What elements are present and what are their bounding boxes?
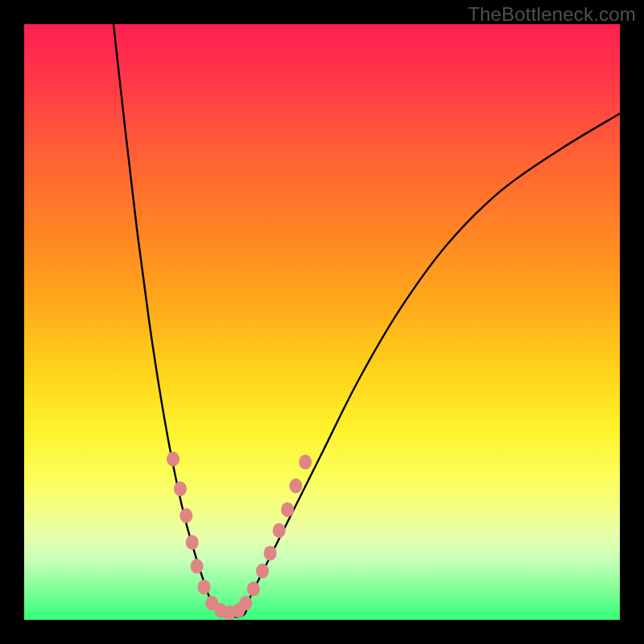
data-marker	[186, 535, 199, 550]
data-marker	[174, 481, 187, 496]
plot-area	[24, 24, 620, 620]
data-marker	[191, 559, 204, 573]
curve-layer	[24, 24, 620, 620]
data-marker	[264, 546, 277, 560]
data-marker	[289, 478, 302, 493]
watermark-text: TheBottleneck.com	[468, 3, 636, 26]
data-marker	[247, 581, 260, 596]
data-marker	[273, 523, 286, 538]
data-marker	[197, 580, 210, 594]
data-marker	[239, 596, 252, 610]
data-marker	[180, 508, 192, 522]
curve-right-branch	[250, 114, 620, 596]
curve-left-branch	[114, 24, 208, 596]
data-marker	[281, 502, 294, 517]
chart-frame: TheBottleneck.com	[0, 0, 644, 644]
data-marker	[299, 455, 312, 469]
data-marker	[256, 564, 269, 578]
marker-group	[167, 452, 312, 620]
data-marker	[167, 452, 180, 466]
